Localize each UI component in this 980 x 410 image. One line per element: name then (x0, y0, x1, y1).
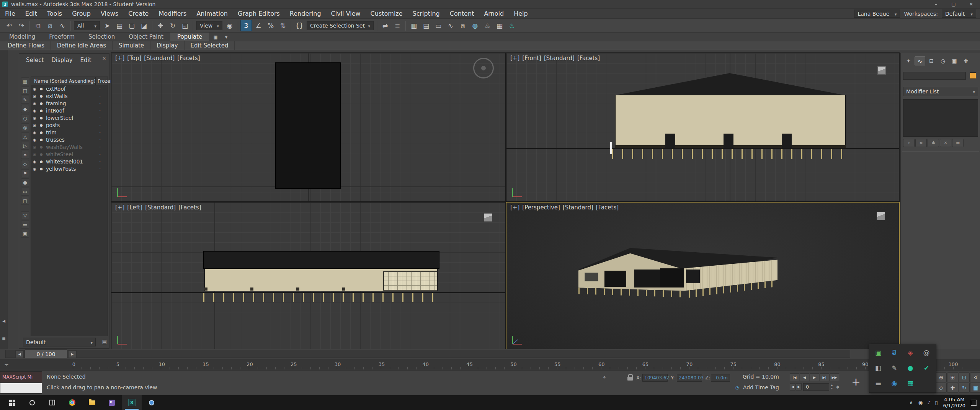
display-tab[interactable]: ▣ (949, 56, 960, 65)
ribbon-tab-populate[interactable]: Populate (170, 33, 209, 41)
menu-create[interactable]: Create (123, 9, 154, 18)
curve-editor-button[interactable]: ∿ (445, 20, 456, 31)
filter-xrefs-icon[interactable]: ⚑ (21, 169, 29, 177)
viewport-plus-menu[interactable]: [+] (115, 55, 124, 62)
modify-tab[interactable]: ∿ (915, 56, 925, 65)
tray-shield-icon[interactable]: ◈ (902, 345, 918, 360)
rendered-frame-window-button[interactable]: ▦ (494, 20, 505, 31)
tray-display-icon[interactable]: ◧ (870, 360, 886, 376)
ribbon-tool-define-flows[interactable]: Define Flows (2, 41, 51, 50)
named-selection-sets-dropdown[interactable]: Create Selection Set (307, 21, 374, 30)
utilities-tab[interactable]: ✚ (960, 56, 971, 65)
zoom-extents-all-button[interactable]: ∢ (970, 372, 980, 382)
tray-pen-icon[interactable]: ✎ (886, 360, 902, 376)
toggle-scene-explorer-button[interactable]: ▥ (408, 20, 420, 31)
hierarchy-tab[interactable]: ⊟ (926, 56, 937, 65)
window-crossing-button[interactable]: ◪ (138, 20, 150, 31)
spinner-up-icon[interactable]: ▴ (830, 383, 834, 387)
network-icon[interactable]: ◉ (918, 400, 923, 405)
filter-spacewarps-icon[interactable]: ✶ (21, 151, 29, 159)
frozen-cell[interactable]: · (99, 151, 101, 158)
frozen-cell[interactable]: · (99, 93, 101, 100)
previous-frame-button[interactable]: ◀ (800, 373, 809, 381)
zoom-extents-button[interactable]: ⊡ (959, 372, 970, 382)
frozen-cell[interactable]: · (99, 85, 101, 93)
viewport-left[interactable]: [+][Left][Standard][Facets] (111, 203, 505, 349)
ribbon-tab-freeform[interactable]: Freeform (42, 33, 82, 41)
pan-view-button[interactable]: ✚ (947, 383, 958, 393)
menu-edit[interactable]: Edit (20, 9, 42, 18)
visibility-eye-icon[interactable]: ◉ (33, 122, 36, 129)
menu-civil-view[interactable]: Civil View (326, 9, 366, 18)
menu-arnold[interactable]: Arnold (479, 9, 509, 18)
select-and-scale-button[interactable]: ◱ (179, 20, 191, 31)
menu-customize[interactable]: Customize (366, 9, 408, 18)
viewport-layout-tab-icon[interactable]: ▦ (1, 336, 7, 342)
toggle-ribbon-button[interactable]: ▭ (433, 20, 444, 31)
viewport-name-menu[interactable]: [Left] (127, 204, 142, 211)
render-setup-button[interactable]: ♨ (482, 20, 493, 31)
material-editor-button[interactable]: ◍ (469, 20, 481, 31)
render-production-button[interactable]: ♨ (506, 20, 518, 31)
menu-views[interactable]: Views (96, 9, 123, 18)
frozen-cell[interactable]: · (99, 144, 101, 151)
listener-input-pane[interactable] (0, 383, 42, 394)
explorer-menu-display[interactable]: Display (51, 57, 72, 64)
explorer-menu-select[interactable]: Select (26, 57, 44, 64)
viewcube[interactable] (877, 66, 886, 75)
explorer-menu-edit[interactable]: Edit (80, 57, 91, 64)
next-frame-button[interactable]: ▶| (820, 373, 829, 381)
ribbon-tab-modeling[interactable]: Modeling (2, 33, 42, 41)
make-unique-button[interactable]: ✱ (928, 139, 939, 147)
menu-tools[interactable]: Tools (42, 9, 67, 18)
percent-snap-toggle-button[interactable]: % (265, 20, 276, 31)
minimize-button[interactable]: – (927, 0, 945, 9)
filter-lights-icon[interactable]: ◎ (21, 123, 29, 131)
modifier-list-dropdown[interactable]: Modifier List (903, 87, 978, 96)
tray-expand-icon[interactable]: ∧ (909, 400, 913, 405)
ribbon-tab-object-paint[interactable]: Object Paint (122, 33, 170, 41)
explorer-row-intRoof[interactable]: ◉●intRoof· (31, 107, 108, 114)
taskbar-clock[interactable]: 4:05 AM 6/1/2020 (943, 397, 965, 409)
frozen-cell[interactable]: · (99, 129, 101, 136)
viewport-name-menu[interactable]: [Front] (522, 55, 541, 62)
frozen-cell[interactable]: · (99, 107, 101, 114)
search-button[interactable] (22, 395, 42, 410)
viewport-shading-menu[interactable]: [Facets] (596, 204, 619, 211)
menu-rendering[interactable]: Rendering (285, 9, 326, 18)
building-roof-top-view[interactable] (275, 62, 341, 189)
go-to-start-button[interactable]: |◀ (790, 373, 799, 381)
frozen-column-header[interactable]: Frozen (98, 78, 113, 84)
go-to-end-button[interactable]: ▶▶ (830, 373, 839, 381)
orbit-button[interactable]: ↻ (959, 383, 970, 393)
3dsmax-taskbar-icon[interactable]: 3 (122, 395, 142, 410)
panel-collapse-arrow[interactable]: ◀ (1, 318, 7, 324)
selection-filter-dropdown[interactable]: All (74, 21, 100, 30)
select-and-link-button[interactable]: ⧉ (32, 20, 44, 31)
viewport-name-menu[interactable]: [Perspective] (522, 204, 560, 211)
explorer-row-extWalls[interactable]: ◉●extWalls· (31, 93, 108, 100)
frozen-cell[interactable]: · (99, 136, 101, 144)
explorer-row-trusses[interactable]: ◉●trusses· (31, 136, 108, 144)
menu-group[interactable]: Group (67, 9, 96, 18)
ribbon-tool-display[interactable]: Display (150, 41, 184, 50)
viewport-standard-menu[interactable]: [Standard] (544, 55, 575, 62)
show-end-result-button[interactable]: ≍ (915, 139, 927, 147)
visibility-eye-icon[interactable]: ◉ (33, 165, 36, 173)
time-slider-track[interactable] (5, 350, 850, 358)
viewport-standard-menu[interactable]: [Standard] (144, 55, 175, 62)
viewcube[interactable] (877, 212, 885, 220)
building-perspective[interactable] (578, 247, 777, 301)
ribbon-minimize-caret-icon[interactable]: ▾ (222, 33, 230, 41)
time-slider-thumb[interactable]: 0 / 100 (24, 350, 67, 358)
viewport-shading-menu[interactable]: [Facets] (177, 55, 200, 62)
rectangular-selection-region-button[interactable]: ▢ (126, 20, 137, 31)
menu-help[interactable]: Help (509, 9, 532, 18)
explorer-hierarchy-icon[interactable]: ◫ (21, 87, 29, 95)
maximize-viewport-toggle-button[interactable]: ▣ (970, 383, 980, 393)
select-by-name-button[interactable]: ▤ (114, 20, 125, 31)
task-view-button[interactable] (42, 395, 62, 410)
unlink-selection-button[interactable]: ⧄ (44, 20, 56, 31)
layer-manager-icon[interactable]: ▤ (102, 339, 107, 345)
select-and-move-button[interactable]: ✥ (155, 20, 166, 31)
